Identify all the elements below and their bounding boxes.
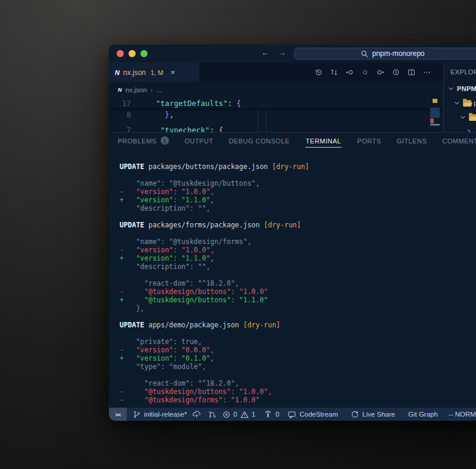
current-change-icon[interactable]: [361, 68, 369, 77]
terminal-text-segment: - "version": "0.0.0",: [120, 346, 214, 354]
sync-cloud-icon[interactable]: [192, 410, 201, 418]
split-editor-icon[interactable]: [407, 68, 416, 77]
tree-item[interactable]: PNPM-MONOREPO: [444, 82, 476, 96]
bottom-panel: PROBLEMS1OUTPUTDEBUG CONSOLETERMINALPORT…: [109, 132, 476, 408]
terminal-text-segment: [dry-run]: [264, 221, 300, 229]
compare-changes-icon[interactable]: [330, 68, 339, 77]
tab-modified-badge: 1, M: [151, 69, 163, 76]
next-change-icon[interactable]: [376, 68, 385, 77]
navigate-forward-button[interactable]: →: [278, 48, 286, 57]
problems-status-item[interactable]: 0 1: [223, 411, 255, 418]
navigate-back-button[interactable]: ←: [261, 48, 270, 57]
tree-item[interactable]: [444, 110, 476, 124]
codestream-status-item[interactable]: CodeStream: [287, 410, 338, 419]
remote-indicator[interactable]: ><: [109, 408, 127, 421]
more-actions-icon[interactable]: [422, 68, 431, 77]
minimap-viewport[interactable]: [430, 108, 440, 118]
chevron-right-icon[interactable]: [465, 128, 472, 132]
terminal-line: "type": "module",: [120, 362, 476, 371]
panel-tab-label: TERMINAL: [305, 133, 342, 148]
vim-mode-text: -- NORMAL --: [449, 411, 476, 418]
terminal-text-segment: },: [120, 304, 145, 312]
local-history-icon[interactable]: [314, 68, 323, 77]
live-share-icon: [351, 410, 359, 418]
editor-actions: [314, 62, 431, 82]
git-graph-status-item[interactable]: Git Graph: [408, 411, 438, 418]
panel-tab-output[interactable]: OUTPUT: [184, 133, 213, 148]
ports-status-item[interactable]: 0: [264, 410, 279, 418]
warning-count: 1: [252, 411, 255, 418]
editor-line: 17 "targetDefaults": {: [109, 98, 443, 109]
breadcrumb: N nx.json › ...: [109, 82, 443, 98]
close-window-button[interactable]: [117, 50, 124, 57]
terminal-line: [120, 371, 476, 379]
command-center-search[interactable]: pnpm-monorepo: [294, 48, 476, 60]
error-icon: [223, 411, 230, 418]
explorer-sidebar: EXPLORER PNPM-MONOREPOpackages: [443, 62, 476, 132]
breadcrumb-separator: ›: [151, 86, 153, 93]
breadcrumb-symbol[interactable]: ...: [156, 86, 162, 93]
terminal-text-segment: [dry-run]: [243, 321, 280, 329]
terminal-text-segment: "private": true,: [120, 337, 202, 346]
terminal-line: "name": "@tuskdesign/buttons",: [120, 179, 476, 187]
panel-tab-label: GITLENS: [397, 136, 427, 145]
terminal-text-segment: + "version": "0.1.0",: [120, 354, 214, 362]
terminal-line: [120, 229, 476, 237]
terminal-line: - "@tuskdesign/forms": "1.0.0": [120, 396, 476, 404]
terminal-text-segment: + "version": "1.1.0",: [120, 196, 214, 204]
line-number: 17: [109, 98, 131, 108]
terminal-line: - "@tuskdesign/buttons": "1.0.0": [120, 287, 476, 296]
terminal-line: [120, 212, 476, 221]
gitlens-worktree-item[interactable]: [208, 410, 217, 419]
code-token: {: [237, 99, 242, 108]
breadcrumb-file[interactable]: nx.json: [126, 86, 147, 93]
panel-tab-ports[interactable]: PORTS: [357, 133, 381, 148]
tab-nx-json[interactable]: N nx.json 1, M ×: [109, 62, 199, 82]
code-token: [147, 110, 165, 119]
terminal-text-segment: packages/buttons/package.json: [145, 162, 273, 171]
problems-count-badge: 1: [161, 136, 169, 145]
chevron-down-icon[interactable]: [453, 99, 461, 107]
panel-tab-terminal[interactable]: TERMINAL: [305, 133, 342, 148]
panel-tab-gitlens[interactable]: GITLENS: [397, 133, 427, 148]
panel-tab-label: PROBLEMS: [118, 136, 156, 145]
previous-change-icon[interactable]: [345, 68, 354, 77]
tree-item[interactable]: [444, 124, 476, 132]
terminal-text-segment: - "@tuskdesign/buttons": "1.0.0": [120, 287, 268, 296]
chevron-down-icon[interactable]: [447, 85, 455, 92]
maximize-window-button[interactable]: [140, 50, 148, 57]
panel-tab-debug-console[interactable]: DEBUG CONSOLE: [228, 133, 289, 148]
terminal-view[interactable]: UPDATE packages/buttons/package.json [dr…: [109, 148, 476, 408]
code-token: {: [218, 126, 223, 132]
chevron-down-icon[interactable]: [459, 114, 466, 121]
terminal-text-segment: "type": "module",: [120, 362, 206, 371]
terminal-line: + "@tuskdesign/buttons": "1.1.0": [120, 296, 476, 304]
terminal-text-segment: - "@tuskdesign/buttons": "1.0.0",: [120, 387, 272, 396]
tab-label: nx.json: [123, 68, 146, 77]
terminal-line: + "version": "1.1.0",: [120, 254, 476, 262]
terminal-text-segment: UPDATE: [120, 162, 145, 171]
code-editor[interactable]: 17 "targetDefaults": {8 },7 "typecheck":…: [109, 98, 443, 132]
git-branch-icon: [133, 410, 141, 419]
git-branch-item[interactable]: initial-release*: [133, 410, 201, 419]
ports-count: 0: [275, 411, 279, 418]
terminal-text-segment: - "version": "1.0.0",: [120, 187, 214, 196]
tree-item[interactable]: packages: [444, 96, 476, 110]
panel-tab-problems[interactable]: PROBLEMS1: [118, 133, 169, 148]
terminal-line: - "version": "1.0.0",: [120, 246, 476, 254]
live-share-status-item[interactable]: Live Share: [351, 410, 395, 418]
terminal-text-segment: "react-dom": "^18.2.0",: [120, 279, 239, 287]
code-text: "typecheck": {: [147, 124, 223, 132]
terminal-line: [120, 312, 476, 321]
code-token: "typecheck": [161, 126, 210, 132]
terminal-text-segment: "description": "",: [120, 262, 210, 271]
folder-icon: [469, 114, 476, 121]
panel-tab-comments[interactable]: COMMENTS: [442, 133, 476, 148]
minimize-window-button[interactable]: [129, 50, 136, 57]
branch-name: initial-release*: [144, 411, 187, 418]
terminal-line: "name": "@tuskdesign/forms",: [120, 237, 476, 246]
timeline-icon[interactable]: [392, 68, 400, 77]
search-icon: [361, 50, 368, 58]
tab-close-icon[interactable]: ×: [170, 68, 175, 77]
worktree-icon: [208, 410, 217, 419]
